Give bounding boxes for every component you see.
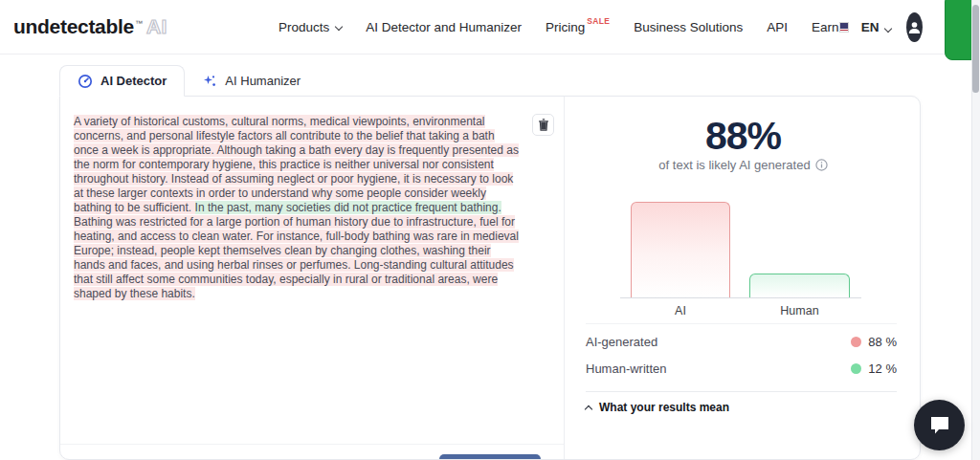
sale-badge: SALE: [587, 16, 610, 26]
tab-ai-humanizer[interactable]: AI Humanizer: [185, 65, 318, 97]
tab-label: AI Humanizer: [225, 74, 301, 88]
analyzed-text-panel[interactable]: A variety of historical customs, cultura…: [60, 97, 564, 444]
nav-item-earn[interactable]: Earn: [812, 20, 839, 34]
trash-icon: [538, 119, 549, 131]
detector-card: A variety of historical customs, cultura…: [59, 96, 921, 460]
chevron-up-icon: [585, 405, 592, 413]
tab-label: AI Detector: [100, 74, 167, 88]
human-bar-label: Human: [749, 304, 850, 318]
ai-legend-value: 88 %: [868, 335, 897, 349]
nav-item-business-solutions[interactable]: Business Solutions: [634, 20, 743, 34]
nav-item-products[interactable]: Products: [278, 20, 342, 34]
us-flag-icon: [839, 22, 849, 33]
legend-row-human: Human-written 12 %: [586, 356, 897, 381]
chart-axis-line: [620, 297, 861, 298]
logo-trademark: ™: [135, 19, 143, 28]
page-scrollbar[interactable]: [971, 0, 980, 460]
human-bar: [749, 274, 850, 297]
ai-highlighted-segment: A variety of historical customs, cultura…: [74, 115, 519, 214]
chevron-down-icon: [884, 25, 892, 33]
legend-divider: [586, 323, 897, 324]
logo-brand-text: undetectable: [13, 15, 134, 38]
ai-bar-label: AI: [631, 304, 730, 318]
detector-gauge-icon: [78, 74, 93, 89]
nav-item-pricing[interactable]: Pricing SALE: [546, 20, 610, 34]
account-avatar[interactable]: [906, 12, 923, 42]
ai-percent-value: 88%: [565, 114, 922, 159]
chat-widget-button[interactable]: [914, 400, 965, 450]
sparkles-icon: [202, 74, 217, 89]
user-icon: [906, 19, 923, 35]
nav-right-cluster: EN Start FREE Trial: [839, 0, 980, 60]
clear-text-button[interactable]: [532, 114, 554, 136]
ai-bar: [631, 202, 730, 297]
top-nav-bar: undetectable ™ AI Products AI Detector a…: [0, 0, 980, 55]
language-selector[interactable]: EN: [861, 20, 892, 34]
scrollbar-thumb[interactable]: [972, 5, 979, 93]
info-icon[interactable]: [815, 159, 828, 171]
human-highlighted-segment: In the past, many societies did not prac…: [195, 201, 501, 214]
chevron-down-icon: [335, 22, 343, 30]
ai-legend-dot: [851, 337, 861, 347]
results-divider: [586, 391, 897, 392]
ai-highlighted-segment: Bathing was restricted for a large porti…: [74, 215, 519, 300]
human-legend-value: 12 %: [868, 361, 897, 376]
tool-tabs: AI Detector AI Humanizer: [59, 65, 318, 97]
legend-row-ai: AI-generated 88 %: [586, 329, 897, 354]
logo[interactable]: undetectable ™ AI: [13, 15, 167, 38]
nav-item-api[interactable]: API: [767, 20, 788, 34]
results-panel: 88% of text is likely AI generated AI Hu…: [565, 97, 922, 460]
tab-ai-detector[interactable]: AI Detector: [59, 65, 185, 97]
text-panel-footer-divider: [60, 444, 564, 445]
ai-percent-subtitle: of text is likely AI generated: [565, 158, 922, 172]
action-button-partial[interactable]: [439, 454, 541, 459]
human-legend-dot: [851, 363, 861, 374]
what-results-mean-toggle[interactable]: What your results mean: [586, 401, 729, 414]
analyzed-text: A variety of historical customs, cultura…: [74, 115, 520, 301]
nav-menu: Products AI Detector and Humanizer Prici…: [278, 20, 839, 34]
chat-bubble-icon: [928, 415, 951, 436]
logo-ai-text: AI: [146, 15, 167, 38]
nav-item-detector-humanizer[interactable]: AI Detector and Humanizer: [366, 20, 522, 34]
